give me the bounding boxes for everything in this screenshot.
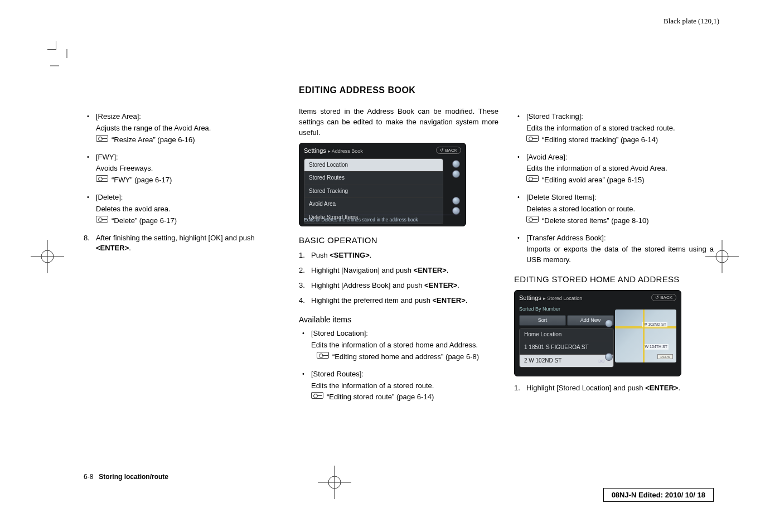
- list-item: [Transfer Address Book]: Imports or expo…: [514, 233, 714, 266]
- list-item: [Delete]: Deletes the avoid area. “Delet…: [84, 192, 283, 226]
- screenshot-address-book: Settings ▸ Address Book ↺ BACK Stored Lo…: [299, 143, 466, 226]
- ref-icon: [526, 175, 539, 182]
- t: .: [466, 296, 468, 304]
- column-1: [Resize Area]: Adjusts the range of the …: [84, 84, 283, 409]
- map-scale: 1/16mi: [657, 354, 673, 359]
- sc-menu-item: 1 18501 S FIGUEROA ST: [520, 341, 613, 355]
- section-title: EDITING ADDRESS BOOK: [299, 84, 498, 96]
- column-3: [Stored Tracking]: Edits the information…: [514, 84, 714, 409]
- sc-crumb: ▸ Stored Location: [543, 296, 583, 301]
- ref-text: “Editing stored route” (page 6-14): [327, 392, 434, 403]
- ref-text: “Editing stored home and address” (page …: [332, 352, 479, 362]
- list-item: [Resize Area]: Adjusts the range of the …: [84, 112, 283, 146]
- step-text: .: [129, 244, 131, 252]
- sc-side-buttons: [605, 320, 613, 361]
- sc-menu-item: Avoid Area: [304, 198, 443, 211]
- ref-icon: [526, 135, 539, 142]
- screenshot-stored-location: Settings ▸ Stored Location ↺ BACK Sorted…: [514, 290, 681, 376]
- sc-menu-item: Stored Tracking: [304, 185, 443, 199]
- step-2: Highlight [Navigation] and push <ENTER>.: [299, 265, 498, 276]
- list-item: [Stored Location]: Edits the information…: [299, 328, 498, 362]
- enter-key: <ENTER>: [96, 244, 129, 252]
- back-button: ↺ BACK: [436, 147, 461, 154]
- registration-mark-bottom: [318, 466, 351, 499]
- sc-heading: Settings: [304, 147, 326, 154]
- t: Highlight [Stored Location] and push: [526, 384, 645, 392]
- sc-menu-item: Stored Location: [304, 159, 443, 172]
- page-number: 6-8: [84, 473, 93, 481]
- ref-text: “Delete” (page 6-17): [112, 216, 177, 226]
- enter-key: <ENTER>: [645, 384, 678, 392]
- step-3: Highlight [Address Book] and push <ENTER…: [299, 280, 498, 291]
- sc-count: 3/3: [598, 358, 604, 365]
- item-desc: Deletes the avoid area.: [96, 204, 283, 215]
- revision-box: 08NJ-N Edited: 2010/ 10/ 18: [603, 488, 714, 502]
- map-thumbnail: W 102ND ST W 104TH ST 1/16mi: [615, 309, 676, 362]
- t: Highlight [Navigation] and push: [311, 266, 414, 274]
- item-desc: Edits the information of a stored tracke…: [526, 123, 714, 134]
- sort-row: Sort Add New: [519, 315, 614, 326]
- up-icon: [605, 320, 613, 327]
- item-label: [Transfer Address Book]:: [526, 233, 714, 244]
- setting-key: <SETTING>: [330, 251, 370, 259]
- item-desc: Adjusts the range of the Avoid Area.: [96, 123, 283, 134]
- sc-crumb: ▸ Address Book: [328, 148, 363, 154]
- xref: “Editing avoid area” (page 6-15): [526, 175, 714, 186]
- item-desc: Imports or exports the data of the store…: [526, 244, 714, 265]
- xref: “Resize Area” (page 6-16): [96, 135, 283, 146]
- ref-icon: [96, 135, 108, 142]
- ref-text: “Editing avoid area” (page 6-15): [542, 175, 645, 186]
- enter-key: <ENTER>: [433, 296, 466, 304]
- sc-menu-item: Home Location: [520, 328, 613, 342]
- content-columns: [Resize Area]: Adjusts the range of the …: [84, 84, 714, 409]
- item-label: [Delete Stored Items]:: [526, 192, 714, 203]
- list-item: [Delete Stored Items]: Deletes a stored …: [514, 192, 714, 226]
- registration-mark-left: [31, 240, 64, 273]
- ref-icon: [526, 216, 539, 223]
- page-footer: 6-8 Storing location/route: [84, 473, 168, 481]
- xref: “Editing stored tracking” (page 6-14): [526, 135, 714, 146]
- item-label: [Stored Routes]:: [311, 369, 498, 380]
- item-desc: Avoids Freeways.: [96, 163, 283, 174]
- item-desc: Edits the information of a stored route.: [311, 381, 498, 391]
- ref-icon: [96, 216, 108, 223]
- column-2: EDITING ADDRESS BOOK Items stored in the…: [299, 84, 498, 409]
- list-item: [Avoid Area]: Edits the information of a…: [514, 152, 714, 186]
- intro-paragraph: Items stored in the Address Book can be …: [299, 107, 498, 138]
- sort-button: Sort: [519, 315, 566, 326]
- corner-mark: [50, 49, 72, 71]
- sc-menu-item: Stored Routes: [304, 172, 443, 185]
- ref-icon: [311, 392, 323, 399]
- back-button: ↺ BACK: [651, 294, 676, 302]
- map-label: W 104TH ST: [644, 344, 669, 350]
- t: Highlight the preferred item and push: [311, 296, 433, 304]
- t: .: [370, 251, 372, 259]
- map-label: W 102ND ST: [642, 322, 667, 327]
- subsection-basic-operation: BASIC OPERATION: [299, 234, 498, 246]
- item-desc: Edits the information of a stored Avoid …: [526, 163, 714, 174]
- list-item: [FWY]: Avoids Freeways. “FWY” (page 6-17…: [84, 152, 283, 186]
- down-icon: [605, 353, 613, 361]
- up2-icon: [452, 170, 460, 178]
- sc-count: 1/6: [453, 208, 459, 215]
- down-icon: [452, 197, 460, 205]
- plate-label: Black plate (120,1): [664, 17, 719, 26]
- ref-text: “Editing stored tracking” (page 6-14): [542, 135, 658, 146]
- item-label: [Resize Area]:: [96, 112, 283, 122]
- item-label: [Delete]:: [96, 192, 283, 203]
- section-name: Storing location/route: [99, 473, 168, 481]
- t: Push: [311, 251, 330, 259]
- list-item: [Stored Routes]: Edits the information o…: [299, 369, 498, 403]
- xref: “FWY” (page 6-17): [96, 175, 283, 186]
- up-icon: [452, 160, 460, 168]
- item-label: [Stored Tracking]:: [526, 112, 714, 122]
- item-label: [Avoid Area]:: [526, 152, 714, 163]
- t: Highlight [Address Book] and push: [311, 281, 424, 289]
- ref-icon: [96, 175, 108, 182]
- list-item: [Stored Tracking]: Edits the information…: [514, 112, 714, 146]
- item-desc: Edits the information of a stored home a…: [311, 340, 498, 351]
- xref: “Editing stored home and address” (page …: [317, 352, 498, 362]
- step-text: After finishing the setting, highlight […: [96, 234, 255, 242]
- item-label: [FWY]:: [96, 152, 283, 163]
- sc-heading: Settings: [519, 294, 541, 301]
